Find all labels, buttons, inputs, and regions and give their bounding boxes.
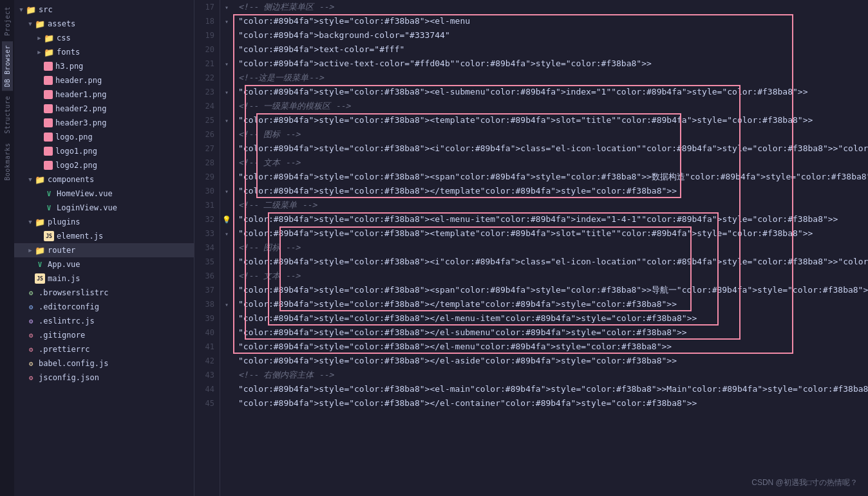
tree-item-HomeView-vue[interactable]: VHomeView.vue	[14, 187, 194, 201]
tree-label: App.vue	[48, 260, 80, 269]
tab-project[interactable]: Project	[2, 3, 13, 40]
tree-icon: 📁	[44, 47, 54, 57]
fold-arrow[interactable]: ▾	[225, 89, 229, 96]
tree-item--editorconfig[interactable]: ⚙.editorconfig	[14, 300, 194, 314]
tree-icon	[44, 76, 53, 85]
tree-icon: JS	[44, 231, 54, 241]
gutter-line-32[interactable]: 💡	[220, 212, 233, 226]
gutter-line-36	[220, 269, 233, 283]
tree-item-logo-png[interactable]: logo.png	[14, 130, 194, 144]
fold-arrow[interactable]: ▾	[225, 4, 229, 11]
tab-structure[interactable]: Structure	[2, 92, 13, 138]
tree-icon: ⚙	[26, 330, 36, 340]
gutter-line-22	[220, 71, 233, 85]
line-number-26: 26	[200, 127, 214, 142]
line-number-25: 25	[200, 113, 214, 127]
tree-icon: ⚙	[26, 372, 36, 383]
line-number-39: 39	[200, 311, 214, 326]
code-line-17: <!-- 侧边栏菜单区 -->	[233, 0, 868, 14]
tree-item-App-vue[interactable]: VApp.vue	[14, 257, 194, 271]
tree-item-plugins[interactable]: ▼📁plugins	[14, 215, 194, 229]
code-line-41: "color:#89b4fa">style="color:#f38ba8"></…	[233, 340, 868, 354]
tree-item--browserslistrc[interactable]: ⚙.browserslistrc	[14, 286, 194, 300]
tab-db-browser[interactable]: DB Browser	[2, 41, 13, 91]
tab-bookmarks[interactable]: Bookmarks	[2, 139, 13, 185]
tree-item-h3-png[interactable]: h3.png	[14, 59, 194, 73]
tree-item-main-js[interactable]: JSmain.js	[14, 271, 194, 286]
code-line-34: <!-- 图标 -->	[233, 241, 868, 255]
tree-item--eslintrc-js[interactable]: ⚙.eslintrc.js	[14, 314, 194, 328]
gutter-line-25[interactable]: ▾	[220, 113, 233, 127]
line-number-30: 30	[200, 184, 214, 198]
fold-arrow[interactable]: ▾	[225, 301, 229, 308]
vertical-tabs-panel: Project DB Browser Structure Bookmarks	[0, 0, 14, 496]
tree-item-logo1-png[interactable]: logo1.png	[14, 144, 194, 158]
gutter-line-17[interactable]: ▾	[220, 0, 233, 14]
gutter-line-33[interactable]: ▾	[220, 226, 233, 241]
editor-area: 1718192021222324252627282930313233343536…	[194, 0, 868, 496]
tree-icon: V	[44, 188, 54, 199]
line-number-35: 35	[200, 255, 214, 269]
code-line-28: <!-- 文本 -->	[233, 156, 868, 170]
tree-item-header-png[interactable]: header.png	[14, 73, 194, 87]
gutter-line-30[interactable]: ▾	[220, 184, 233, 198]
gutter-line-38[interactable]: ▾	[220, 297, 233, 311]
code-line-21: "color:#89b4fa">active-text-color="#ffd0…	[233, 57, 868, 71]
gutter-line-41	[220, 340, 233, 354]
tree-item-header1-png[interactable]: header1.png	[14, 87, 194, 102]
bulb-icon[interactable]: 💡	[222, 216, 231, 224]
code-line-35: "color:#89b4fa">style="color:#f38ba8"><i…	[233, 255, 868, 269]
line-number-21: 21	[200, 57, 214, 71]
gutter-line-34	[220, 241, 233, 255]
line-number-44: 44	[200, 382, 214, 396]
tree-item-jsconfig-json[interactable]: ⚙jsconfig.json	[14, 371, 194, 385]
tree-label: h3.png	[55, 62, 83, 71]
code-line-23: "color:#89b4fa">style="color:#f38ba8"><e…	[233, 85, 868, 99]
tree-item-assets[interactable]: ▼📁assets	[14, 17, 194, 31]
tree-item-logo2-png[interactable]: logo2.png	[14, 158, 194, 172]
fold-arrow[interactable]: ▾	[225, 18, 229, 25]
fold-arrow[interactable]: ▾	[225, 230, 229, 237]
tree-label: .eslintrc.js	[39, 317, 95, 326]
tree-item-header3-png[interactable]: header3.png	[14, 116, 194, 130]
gutter-line-23[interactable]: ▾	[220, 85, 233, 99]
tree-item-LoginView-vue[interactable]: VLoginView.vue	[14, 201, 194, 215]
tree-label: header1.png	[55, 90, 106, 99]
line-number-33: 33	[200, 226, 214, 241]
tree-icon: ⚙	[26, 316, 36, 326]
fold-arrow[interactable]: ▾	[225, 117, 229, 124]
tree-item--prettierrc[interactable]: ⚙.prettierrc	[14, 342, 194, 356]
tree-item-router[interactable]: ▶📁router	[14, 243, 194, 257]
code-line-44: "color:#89b4fa">style="color:#f38ba8"><e…	[233, 382, 868, 396]
line-number-43: 43	[200, 368, 214, 382]
tree-item-css[interactable]: ▶📁css	[14, 31, 194, 45]
line-number-18: 18	[200, 14, 214, 28]
tree-arrow: ▶	[26, 247, 35, 253]
gutter-line-18[interactable]: ▾	[220, 14, 233, 28]
code-line-18: "color:#89b4fa">style="color:#f38ba8"><e…	[233, 14, 868, 28]
tree-item-header2-png[interactable]: header2.png	[14, 102, 194, 116]
tree-arrow: ▼	[26, 21, 35, 27]
tree-icon: 📁	[35, 19, 45, 29]
tree-item-element-js[interactable]: JSelement.js	[14, 229, 194, 243]
code-line-22: <!--这是一级菜单-->	[233, 71, 868, 85]
gutter-line-24	[220, 99, 233, 113]
gutter-line-21[interactable]: ▾	[220, 57, 233, 71]
tree-label: LoginView.vue	[57, 203, 117, 212]
fold-arrow[interactable]: ▾	[225, 188, 229, 195]
tree-label: plugins	[48, 217, 80, 226]
line-numbers: 1718192021222324252627282930313233343536…	[194, 0, 220, 496]
code-line-39: "color:#89b4fa">style="color:#f38ba8"></…	[233, 311, 868, 326]
tree-label: .prettierrc	[39, 345, 90, 354]
tree-label: .editorconfig	[39, 302, 99, 311]
tree-item-components[interactable]: ▼📁components	[14, 172, 194, 187]
tree-icon	[44, 147, 53, 156]
fold-arrow[interactable]: ▾	[225, 60, 229, 68]
tree-item-fonts[interactable]: ▶📁fonts	[14, 45, 194, 59]
tree-item-babel-config-js[interactable]: ⚙babel.config.js	[14, 356, 194, 371]
tree-item-src[interactable]: ▼📁src	[14, 3, 194, 17]
gutter-line-44	[220, 382, 233, 396]
tree-item--gitignore[interactable]: ⚙.gitignore	[14, 328, 194, 342]
gutter-line-40	[220, 326, 233, 340]
code-container[interactable]: 1718192021222324252627282930313233343536…	[194, 0, 868, 496]
